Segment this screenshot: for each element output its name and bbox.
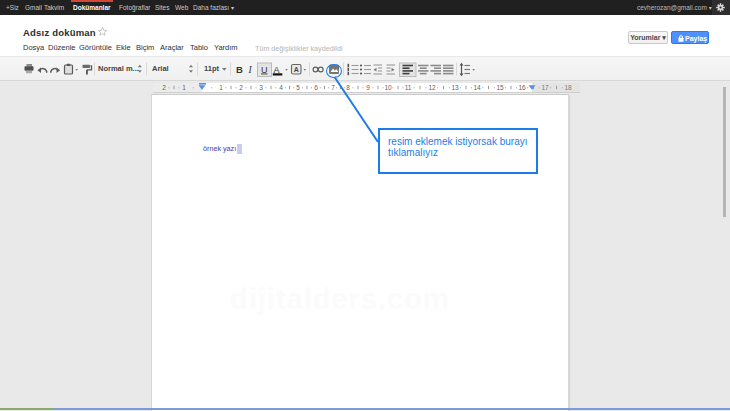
svg-text:18: 18	[564, 84, 572, 91]
svg-text:10: 10	[384, 84, 392, 91]
svg-text:4: 4	[279, 84, 283, 91]
svg-text:17: 17	[541, 84, 549, 91]
svg-text:14: 14	[473, 84, 481, 91]
svg-text:16: 16	[518, 84, 526, 91]
svg-text:1: 1	[182, 84, 186, 91]
svg-text:13: 13	[451, 84, 459, 91]
svg-text:I: I	[248, 65, 253, 75]
svg-text:11: 11	[405, 84, 412, 91]
svg-text:2: 2	[239, 84, 243, 91]
svg-text:U: U	[261, 65, 268, 75]
svg-text:12: 12	[428, 84, 436, 91]
svg-text:15: 15	[496, 84, 504, 91]
svg-text:B: B	[236, 64, 243, 75]
svg-text:5: 5	[296, 84, 300, 91]
svg-text:A: A	[294, 66, 299, 73]
svg-text:3: 3	[259, 84, 263, 91]
svg-text:2: 2	[162, 84, 166, 91]
svg-text:6: 6	[314, 84, 318, 91]
svg-text:1: 1	[219, 84, 223, 91]
svg-text:A: A	[274, 65, 280, 75]
